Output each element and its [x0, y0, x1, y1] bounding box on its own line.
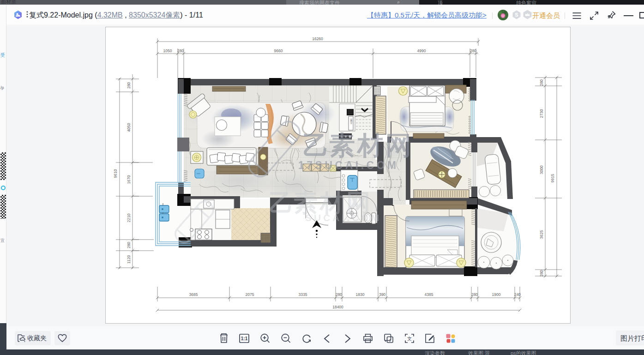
svg-text:4385: 4385	[425, 292, 433, 297]
svg-text:3625: 3625	[539, 230, 544, 239]
svg-text:390: 390	[379, 292, 385, 297]
svg-text:280: 280	[470, 48, 476, 53]
svg-text:2075: 2075	[246, 292, 254, 297]
svg-text:280: 280	[471, 292, 478, 297]
svg-text:2: 2	[389, 338, 391, 343]
svg-text:2730: 2730	[539, 109, 544, 118]
svg-text:3000: 3000	[539, 165, 544, 174]
svg-text:16260: 16260	[312, 36, 323, 41]
svg-text:17SUCAI.COM: 17SUCAI.COM	[298, 159, 399, 171]
svg-text:280: 280	[126, 242, 131, 248]
svg-text:9915: 9915	[550, 174, 555, 182]
svg-text:乙: 乙	[269, 189, 293, 216]
svg-text:4050: 4050	[126, 123, 131, 132]
svg-text:2210: 2210	[126, 213, 131, 222]
svg-text:1900: 1900	[492, 292, 501, 297]
svg-text:18400: 18400	[332, 305, 343, 309]
svg-text:乙: 乙	[303, 131, 329, 160]
svg-text:1:1: 1:1	[241, 336, 248, 341]
svg-text:9610: 9610	[113, 169, 118, 178]
svg-text:1120: 1120	[126, 255, 131, 264]
svg-text:SUCAI.COM: SUCAI.COM	[305, 212, 381, 223]
svg-text:文: 文	[407, 336, 412, 341]
svg-text:280: 280	[177, 48, 184, 53]
svg-text:3685: 3685	[189, 292, 198, 297]
svg-text:素材网: 素材网	[329, 131, 414, 160]
svg-text:1050: 1050	[163, 48, 172, 53]
svg-text:3335: 3335	[299, 292, 307, 297]
svg-text:280: 280	[539, 270, 544, 277]
svg-text:1830: 1830	[356, 292, 365, 297]
svg-text:280: 280	[336, 292, 342, 297]
svg-text:4990: 4990	[417, 48, 426, 53]
svg-text:9660: 9660	[274, 48, 283, 53]
svg-text:1670: 1670	[126, 175, 131, 184]
svg-text:280: 280	[539, 79, 544, 86]
svg-text:S: S	[515, 12, 518, 18]
svg-text:K060: K060	[350, 119, 353, 124]
svg-text:280: 280	[126, 82, 131, 89]
